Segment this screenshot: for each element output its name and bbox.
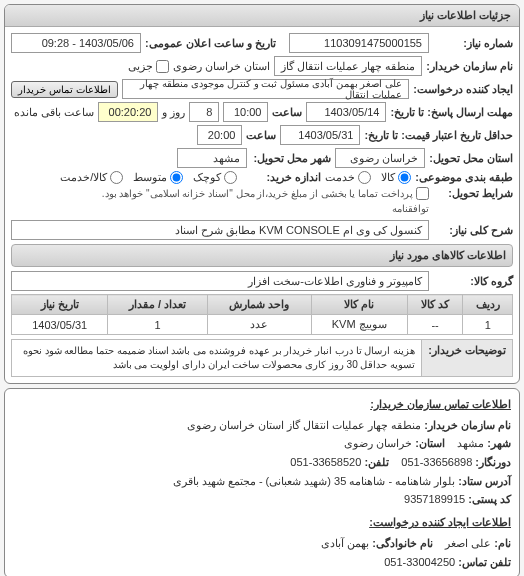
delivery-province-label: استان محل تحویل: [429,152,513,165]
category-label: گروه کالا: [433,275,513,288]
request-number-field: 1103091475000155 [289,33,429,53]
panel-title: جزئیات اطلاعات نیاز [5,5,519,27]
buyer-name-field: منطقه چهار عملیات انتقال گاز [274,56,422,76]
details-panel: جزئیات اطلاعات نیاز شماره نیاز: 11030914… [4,4,520,384]
packaging-label: طبقه بندی موضوعی: [415,171,513,184]
creator-title: اطلاعات ایجاد کننده درخواست: [13,513,511,532]
address-label: آدرس ستاد: [458,475,511,487]
buyer-notes-text: هزینه ارسال تا درب انبار خریدار بر عهده … [12,340,421,376]
province-value: خراسان رضوی [344,437,412,449]
announce-date-field: 1403/05/06 - 09:28 [11,33,141,53]
radio-large[interactable]: کالا/خدمت [60,171,123,184]
requester-label: ایجاد کننده درخواست: [413,83,513,96]
delivery-city: مشهد [177,148,247,168]
agreement-note: توافقنامه [392,203,429,214]
day-word: روز و [162,106,185,119]
size-label: اندازه خرید: [241,171,321,184]
radio-medium[interactable]: متوسط [133,171,183,184]
lastname-value: بهمن آبادی [321,537,369,549]
buyer-name-label: نام سازمان خریدار: [426,60,513,73]
city-label: شهر: [487,437,511,449]
fax-label: دورنگار: [475,456,511,468]
payment-note-checkbox[interactable]: پرداخت تماما یا بخشی از مبلغ خرید،از محل… [102,187,429,200]
remaining-time: 00:20:20 [98,102,158,122]
remaining-label: ساعت باقی مانده [14,106,94,119]
response-deadline-date: 1403/05/14 [306,102,386,122]
city-value: مشهد [457,437,484,449]
delivery-terms-label: شرایط تحویل: [433,187,513,200]
validity-time: 20:00 [197,125,242,145]
province-label: استان خراسان رضوی [173,60,270,73]
col-row: ردیف [463,295,513,315]
buyer-notes-label: توضیحات خریدار: [421,340,512,376]
contact-title: اطلاعات تماس سازمان خریدار: [13,395,511,414]
items-section-title: اطلاعات کالاهای مورد نیاز [11,244,513,267]
payment-checkbox[interactable] [416,187,429,200]
request-number-label: شماره نیاز: [433,37,513,50]
radio-services[interactable]: خدمت [325,171,371,184]
contact-phone-value: 051-33004250 [384,556,455,568]
contact-panel: اطلاعات تماس سازمان خریدار: نام سازمان خ… [4,388,520,576]
delivery-province: خراسان رضوی [335,148,425,168]
postal-value: 9357189915 [404,493,465,505]
partial-checkbox[interactable] [156,60,169,73]
buyer-notes-box: توضیحات خریدار: هزینه ارسال تا درب انبار… [11,339,513,377]
validity-date: 1403/05/31 [280,125,360,145]
size-radios: کوچک متوسط کالا/خدمت [60,171,237,184]
panel-body: شماره نیاز: 1103091475000155 تاریخ و ساع… [5,27,519,383]
col-name: نام کالا [311,295,407,315]
col-needdate: تاریخ نیاز [12,295,108,315]
response-deadline-label: مهلت ارسال پاسخ: تا تاریخ: [390,106,513,119]
table-header-row: ردیف کد کالا نام کالا واحد شمارش تعداد /… [12,295,513,315]
firstname-value: علی اصغر [445,537,491,549]
time-label-2: ساعت [246,129,276,142]
phone-value: 051-33658520 [290,456,361,468]
time-label-1: ساعت [272,106,302,119]
radio-small[interactable]: کوچک [193,171,237,184]
remaining-days: 8 [189,102,219,122]
col-code: کد کالا [407,295,463,315]
main-desc: کنسول کی وی ام KVM CONSOLE مطابق شرح اسن… [11,220,429,240]
response-deadline-time: 10:00 [223,102,268,122]
main-desc-label: شرح کلی نیاز: [433,224,513,237]
org-label: نام سازمان خریدار: [424,419,511,431]
buyer-contact-button[interactable]: اطلاعات تماس خریدار [11,81,118,98]
partial-checkbox-label[interactable]: جزیی [128,60,169,73]
col-qty: تعداد / مقدار [108,295,207,315]
col-unit: واحد شمارش [207,295,311,315]
postal-label: کد پستی: [468,493,511,505]
fax-value: 051-33656898 [401,456,472,468]
items-table: ردیف کد کالا نام کالا واحد شمارش تعداد /… [11,294,513,335]
classification-radios: کالا خدمت [325,171,411,184]
phone-label: تلفن: [364,456,389,468]
requester-field: علی اصغر بهمن آبادی مسئول ثبت و کنترل مو… [122,79,410,99]
delivery-city-label: شهر محل تحویل: [251,152,331,165]
firstname-label: نام: [494,537,511,549]
org-value: منطقه چهار عملیات انتقال گاز استان خراسا… [187,419,421,431]
province-label-2: استان: [415,437,445,449]
table-row[interactable]: 1 -- سوییچ KVM عدد 1 1403/05/31 [12,315,513,335]
contact-phone-label: تلفن تماس: [458,556,511,568]
lastname-label: نام خانوادگی: [372,537,433,549]
address-value: بلوار شاهنامه - شاهنامه 35 (شهید شعبانی)… [173,475,455,487]
announce-date-label: تاریخ و ساعت اعلان عمومی: [145,37,276,50]
validity-label: حداقل تاریخ اعتبار قیمت: تا تاریخ: [364,129,513,142]
radio-goods[interactable]: کالا [381,171,411,184]
category-field: کامپیوتر و فناوری اطلاعات-سخت افزار [11,271,429,291]
